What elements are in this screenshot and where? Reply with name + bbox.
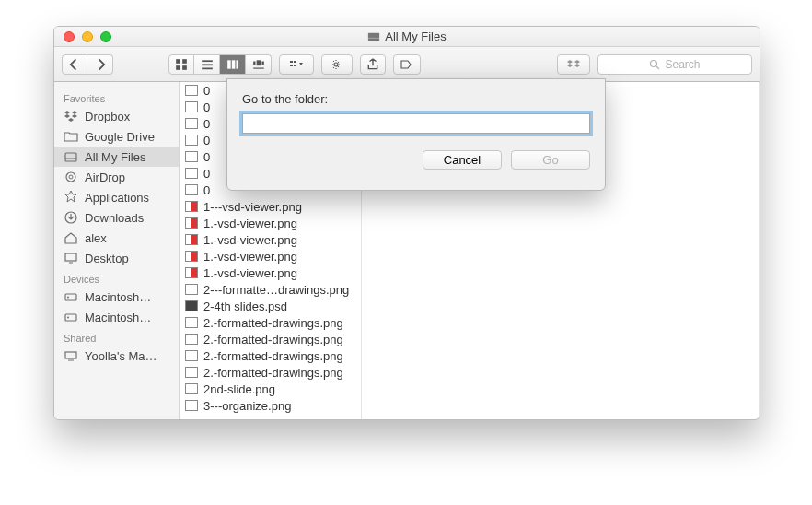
action-button[interactable] — [321, 54, 353, 75]
home-icon — [64, 230, 78, 245]
folder-icon — [64, 129, 78, 144]
file-row[interactable]: 1.-vsd-viewer.png — [180, 264, 361, 281]
file-row[interactable]: 3---organize.png — [180, 397, 361, 414]
file-row[interactable]: 2-4th slides.psd — [180, 298, 361, 314]
file-row[interactable]: 2.-formatted-drawings.png — [180, 347, 361, 364]
search-icon — [649, 59, 660, 70]
svg-rect-32 — [65, 352, 76, 358]
downloads-icon — [64, 210, 78, 225]
dropbox-icon — [64, 109, 78, 123]
all-my-files-icon — [64, 149, 78, 164]
svg-rect-30 — [65, 314, 76, 321]
folder-path-input[interactable] — [242, 113, 590, 134]
file-row[interactable]: 1.-vsd-viewer.png — [180, 248, 361, 264]
svg-rect-11 — [236, 60, 238, 68]
dropbox-toolbar-button[interactable] — [557, 54, 590, 75]
file-row[interactable]: 2.-formatted-drawings.png — [180, 364, 361, 381]
close-window-button[interactable] — [64, 31, 75, 42]
svg-point-31 — [67, 317, 69, 319]
file-row[interactable]: 2.-formatted-drawings.png — [180, 314, 361, 331]
svg-rect-16 — [290, 61, 293, 63]
svg-rect-14 — [261, 61, 263, 65]
svg-rect-5 — [182, 65, 187, 70]
svg-rect-1 — [368, 37, 379, 38]
zoom-window-button[interactable] — [100, 31, 111, 42]
disk-icon — [64, 289, 78, 304]
sidebar-item-desktop[interactable]: Desktop — [54, 248, 179, 268]
sidebar-item-dropbox[interactable]: Dropbox — [54, 106, 179, 126]
search-field[interactable]: Search — [597, 54, 752, 75]
view-mode-group — [168, 54, 272, 75]
svg-rect-4 — [176, 65, 180, 70]
icon-view-button[interactable] — [168, 54, 194, 75]
disk-icon — [64, 310, 78, 324]
svg-rect-27 — [65, 253, 76, 261]
desktop-icon — [64, 251, 78, 265]
svg-rect-8 — [202, 67, 213, 69]
sidebar-item-applications[interactable]: Applications — [54, 187, 179, 207]
computer-icon — [64, 348, 78, 363]
file-row[interactable]: 1.-vsd-viewer.png — [180, 215, 361, 231]
sidebar-item-all-my-files[interactable]: All My Files — [54, 147, 179, 167]
file-row[interactable]: 2---formatte…drawings.png — [180, 281, 361, 298]
svg-rect-17 — [294, 61, 296, 63]
share-icon — [366, 58, 379, 71]
sidebar-item-shared-computer[interactable]: Yoolla's Ma… — [54, 346, 179, 366]
sidebar-item-home[interactable]: alex — [54, 228, 179, 248]
sidebar-item-google-drive[interactable]: Google Drive — [54, 126, 179, 147]
all-my-files-icon — [367, 30, 380, 43]
tag-icon — [400, 58, 413, 71]
sidebar-item-airdrop[interactable]: AirDrop — [54, 167, 179, 187]
titlebar[interactable]: All My Files — [54, 27, 760, 47]
sidebar-header-shared: Shared — [54, 327, 179, 346]
toolbar: Search — [54, 47, 760, 82]
svg-rect-28 — [65, 294, 76, 300]
svg-rect-15 — [253, 67, 264, 68]
svg-rect-13 — [253, 61, 255, 65]
column-view-button[interactable] — [220, 54, 246, 75]
cancel-button[interactable]: Cancel — [423, 150, 502, 170]
svg-point-29 — [67, 297, 69, 299]
svg-rect-18 — [290, 65, 293, 66]
svg-rect-2 — [176, 59, 180, 64]
file-row[interactable]: 2.-formatted-drawings.png — [180, 331, 361, 347]
svg-rect-3 — [182, 59, 187, 64]
svg-rect-6 — [202, 60, 213, 62]
minimize-window-button[interactable] — [82, 31, 93, 42]
nav-buttons — [62, 54, 113, 75]
svg-point-25 — [69, 175, 73, 179]
file-row[interactable]: 1.-vsd-viewer.png — [180, 231, 361, 248]
svg-point-21 — [651, 60, 657, 66]
sidebar-item-disk[interactable]: Macintosh… — [54, 307, 179, 327]
svg-rect-7 — [202, 64, 213, 65]
svg-rect-19 — [294, 65, 296, 66]
gear-icon — [331, 58, 343, 71]
airdrop-icon — [64, 170, 78, 184]
sidebar-item-disk[interactable]: Macintosh… — [54, 287, 179, 307]
svg-rect-10 — [231, 60, 235, 68]
arrange-button[interactable] — [279, 54, 314, 75]
applications-icon — [64, 190, 78, 205]
sidebar-item-downloads[interactable]: Downloads — [54, 207, 179, 228]
svg-rect-22 — [65, 153, 76, 161]
file-row[interactable]: 1---vsd-viewer.png — [180, 198, 361, 215]
coverflow-view-button[interactable] — [246, 54, 272, 75]
svg-rect-0 — [368, 32, 379, 41]
sidebar-header-favorites: Favorites — [54, 88, 179, 106]
go-button[interactable]: Go — [511, 150, 590, 170]
list-view-button[interactable] — [194, 54, 220, 75]
tags-button[interactable] — [393, 54, 421, 75]
svg-point-24 — [66, 172, 75, 182]
sidebar: Favorites Dropbox Google Drive All My Fi… — [54, 82, 180, 419]
file-row[interactable]: 2nd-slide.png — [180, 381, 361, 397]
share-button[interactable] — [360, 54, 386, 75]
window-title: All My Files — [54, 29, 760, 43]
back-button[interactable] — [62, 54, 87, 75]
dropbox-icon — [567, 58, 580, 71]
go-to-folder-dialog: Go to the folder: Cancel Go — [226, 78, 606, 191]
svg-rect-12 — [256, 60, 261, 65]
svg-point-20 — [334, 63, 338, 66]
traffic-lights — [54, 31, 111, 42]
forward-button[interactable] — [87, 54, 113, 75]
svg-rect-9 — [227, 60, 231, 68]
